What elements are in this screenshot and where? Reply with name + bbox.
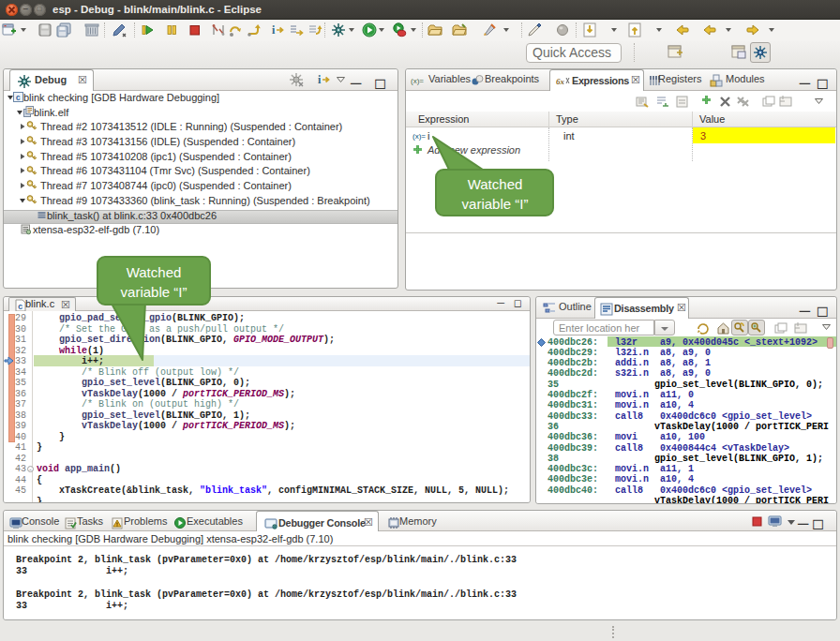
svg-text:c: c <box>16 94 21 103</box>
svg-text:variable “I”: variable “I” <box>121 284 188 300</box>
svg-text:variable “I”: variable “I” <box>462 196 529 212</box>
svg-text:Watched: Watched <box>127 264 182 280</box>
svg-text:(x)=: (x)= <box>411 77 424 85</box>
svg-text:6x: 6x <box>556 77 565 86</box>
svg-text:i: i <box>318 73 322 86</box>
svg-text:i: i <box>272 23 276 37</box>
svg-text:Watched: Watched <box>468 176 523 192</box>
